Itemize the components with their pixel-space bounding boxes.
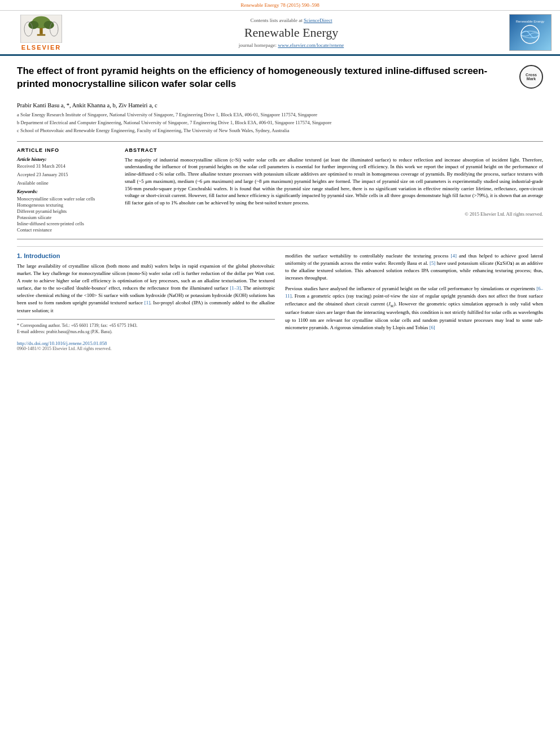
journal-header: ELSEVIER Contents lists available at Sci… — [0, 11, 560, 56]
affiliations: a Solar Energy Research Institute of Sin… — [17, 112, 543, 134]
received-date: Received 31 March 2014 — [17, 163, 116, 169]
doi-link-area: http://dx.doi.org/10.1016/j.renene.2015.… — [17, 340, 275, 346]
keyword-5: Inline-diffused screen-printed cells — [17, 221, 116, 226]
body-right-column: modifies the surface wettability to cont… — [285, 252, 543, 352]
sciencedirect-text: Contents lists available at — [251, 18, 304, 23]
keyword-4: Potassium silicate — [17, 215, 116, 220]
journal-thumbnail-area: Renewable Energy — [505, 14, 555, 51]
accepted-date: Accepted 23 January 2015 — [17, 172, 116, 177]
article-title: The effect of front pyramid heights on t… — [17, 65, 514, 91]
keyword-3: Different pyramid heights — [17, 208, 116, 214]
authors-text: Prabir Kanti Basu a, *, Ankit Khanna a, … — [17, 102, 158, 108]
keyword-2: Homogeneous texturing — [17, 202, 116, 208]
issn-notice: 0960-1481/© 2015 Elsevier Ltd. All right… — [17, 346, 275, 351]
journal-thumbnail: Renewable Energy — [509, 14, 552, 51]
section-divider — [17, 246, 543, 247]
homepage-text: journal homepage: — [239, 42, 278, 48]
info-abstract-section: ARTICLE INFO Article history: Received 3… — [17, 141, 543, 239]
article-info-column: ARTICLE INFO Article history: Received 3… — [17, 147, 116, 233]
authors-line: Prabir Kanti Basu a, *, Ankit Khanna a, … — [17, 102, 543, 108]
svg-rect-5 — [37, 34, 46, 36]
corresponding-author-note: * Corresponding author. Tel.: +65 6601 1… — [17, 322, 275, 329]
copyright-notice: © 2015 Elsevier Ltd. All rights reserved… — [125, 211, 543, 217]
homepage-link[interactable]: www.elsevier.com/locate/renene — [278, 42, 344, 48]
article-info-heading: ARTICLE INFO — [17, 147, 116, 153]
history-label: Article history: — [17, 156, 116, 162]
crossmark-logo[interactable]: Cross Mark — [519, 65, 543, 89]
elsevier-logo: ELSEVIER — [19, 15, 64, 51]
email-note: E-mail address: prabir.basu@nus.edu.sg (… — [17, 329, 275, 335]
available-online: Available online — [17, 180, 116, 186]
footnotes-section: * Corresponding author. Tel.: +65 6601 1… — [17, 319, 275, 335]
affiliation-c: c School of Photovoltaic and Renewable E… — [17, 128, 543, 134]
body-left-column: 1. Introduction The large availability o… — [17, 252, 275, 352]
abstract-heading: ABSTRACT — [125, 147, 543, 153]
elsevier-tree-icon — [19, 15, 64, 43]
article-title-section: The effect of front pyramid heights on t… — [17, 65, 543, 97]
journal-reference: Renewable Energy 78 (2015) 590–598 — [240, 2, 319, 8]
article-title-wrapper: The effect of front pyramid heights on t… — [17, 65, 514, 97]
affiliation-b: b Department of Electrical and Computer … — [17, 120, 543, 126]
thumb-graphic — [513, 23, 547, 46]
sciencedirect-link[interactable]: ScienceDirect — [304, 18, 332, 23]
keyword-6: Contact resistance — [17, 227, 116, 233]
abstract-text: The majority of industrial monocrystalli… — [125, 156, 543, 207]
intro-para-2: modifies the surface wettability to cont… — [285, 252, 543, 282]
keywords-label: Keywords: — [17, 189, 116, 194]
sciencedirect-info: Contents lists available at ScienceDirec… — [82, 18, 500, 23]
keyword-1: Monocrystalline silicon wafer solar cell… — [17, 196, 116, 202]
journal-title: Renewable Energy — [82, 25, 500, 40]
journal-reference-bar: Renewable Energy 78 (2015) 590–598 — [0, 0, 560, 11]
publisher-logo-area: ELSEVIER — [5, 15, 78, 51]
abstract-column: ABSTRACT The majority of industrial mono… — [125, 147, 543, 233]
intro-heading: 1. Introduction — [17, 252, 275, 259]
elsevier-label: ELSEVIER — [21, 44, 61, 51]
journal-header-center: Contents lists available at ScienceDirec… — [82, 18, 500, 48]
body-section: 1. Introduction The large availability o… — [17, 252, 543, 352]
svg-rect-4 — [40, 28, 42, 34]
affiliation-a: a Solar Energy Research Institute of Sin… — [17, 112, 543, 119]
intro-para-1: The large availability of crystalline si… — [17, 263, 275, 314]
doi-link[interactable]: http://dx.doi.org/10.1016/j.renene.2015.… — [17, 340, 107, 346]
intro-para-3: Previous studies have analysed the influ… — [285, 285, 543, 331]
journal-homepage: journal homepage: www.elsevier.com/locat… — [82, 42, 500, 48]
article-content: The effect of front pyramid heights on t… — [0, 56, 560, 360]
crossmark-text2: Mark — [527, 77, 536, 81]
crossmark-text: Cross — [526, 73, 537, 77]
